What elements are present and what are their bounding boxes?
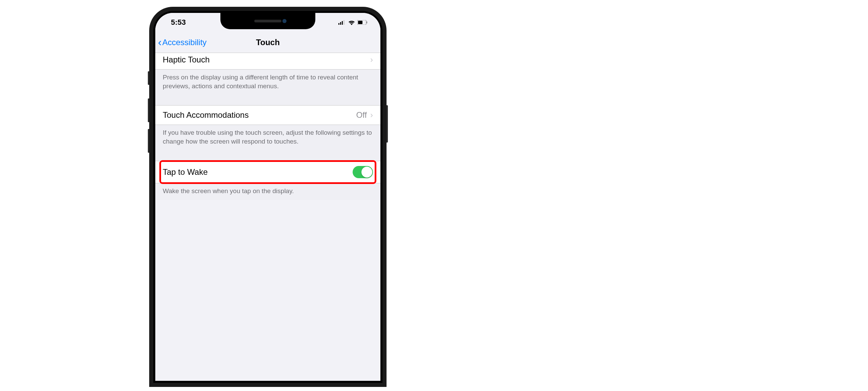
haptic-touch-label: Haptic Touch — [163, 55, 210, 64]
touch-accommodations-label: Touch Accommodations — [163, 110, 249, 120]
battery-icon — [357, 20, 368, 25]
page-title: Touch — [256, 38, 280, 47]
volume-up-button — [148, 98, 149, 122]
navigation-bar: ‹ Accessibility Touch — [155, 32, 380, 53]
silent-switch — [148, 71, 149, 85]
touch-accommodations-footer: If you have trouble using the touch scre… — [155, 125, 380, 150]
settings-content: Haptic Touch › Press on the display usin… — [155, 53, 380, 200]
wifi-icon — [348, 20, 355, 25]
tap-to-wake-toggle[interactable] — [353, 166, 373, 178]
side-button — [387, 105, 388, 143]
svg-rect-1 — [340, 22, 341, 25]
volume-down-button — [148, 129, 149, 153]
tap-to-wake-row[interactable]: Tap to Wake — [155, 161, 380, 183]
touch-accommodations-row[interactable]: Touch Accommodations Off › — [155, 105, 380, 125]
earpiece-speaker — [254, 20, 281, 22]
svg-rect-6 — [367, 21, 367, 23]
tap-to-wake-label: Tap to Wake — [163, 167, 208, 177]
touch-accommodations-value: Off — [356, 110, 367, 120]
notch — [220, 13, 315, 29]
chevron-right-icon: › — [370, 55, 373, 64]
back-label: Accessibility — [162, 38, 207, 47]
phone-screen: 5:53 ‹ Accessibility — [155, 13, 380, 381]
chevron-left-icon: ‹ — [158, 36, 162, 49]
chevron-right-icon: › — [370, 110, 373, 120]
svg-rect-2 — [342, 21, 343, 25]
toggle-knob — [361, 167, 372, 178]
haptic-touch-row[interactable]: Haptic Touch › — [155, 53, 380, 70]
status-icons — [338, 20, 370, 25]
back-button[interactable]: ‹ Accessibility — [158, 36, 206, 49]
status-time: 5:53 — [166, 18, 186, 27]
cellular-signal-icon — [338, 20, 346, 25]
phone-device-frame: 5:53 ‹ Accessibility — [149, 7, 387, 387]
svg-rect-0 — [338, 23, 339, 25]
haptic-touch-footer: Press on the display using a different l… — [155, 70, 380, 95]
tap-to-wake-footer: Wake the screen when you tap on the disp… — [155, 183, 380, 200]
front-camera — [282, 19, 287, 23]
svg-rect-5 — [358, 21, 362, 24]
svg-rect-3 — [343, 20, 344, 25]
